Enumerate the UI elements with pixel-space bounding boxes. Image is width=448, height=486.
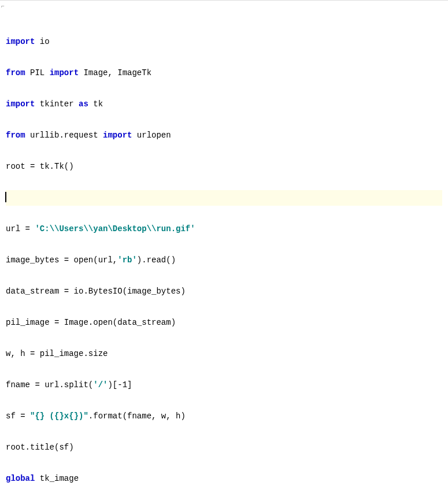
code-line-current <box>6 190 442 206</box>
code-line: global tk_image <box>6 471 442 486</box>
code-line: data_stream = io.BytesIO(image_bytes) <box>6 284 442 299</box>
code-line: pil_image = Image.open(data_stream) <box>6 315 442 331</box>
code-line: w, h = pil_image.size <box>6 346 442 362</box>
code-line: from urllib.request import urlopen <box>6 128 442 143</box>
code-line: import io <box>6 34 442 50</box>
text-cursor <box>5 192 6 202</box>
code-line: root = tk.Tk() <box>6 159 442 175</box>
code-line: from PIL import Image, ImageTk <box>6 65 442 81</box>
code-line: root.title(sf) <box>6 440 442 455</box>
code-line: fname = url.split('/')[-1] <box>6 377 442 393</box>
code-line: image_bytes = open(url,'rb').read() <box>6 253 442 268</box>
code-line: sf = "{} ({}x{})".format(fname, w, h) <box>6 409 442 424</box>
code-line: url = 'C:\\Users\\yan\Desktop\\run.gif' <box>6 221 442 237</box>
code-line: import tkinter as tk <box>6 97 442 112</box>
fold-marker: ⌐ <box>1 4 5 10</box>
code-editor[interactable]: ⌐ import io from PIL import Image, Image… <box>0 0 448 486</box>
